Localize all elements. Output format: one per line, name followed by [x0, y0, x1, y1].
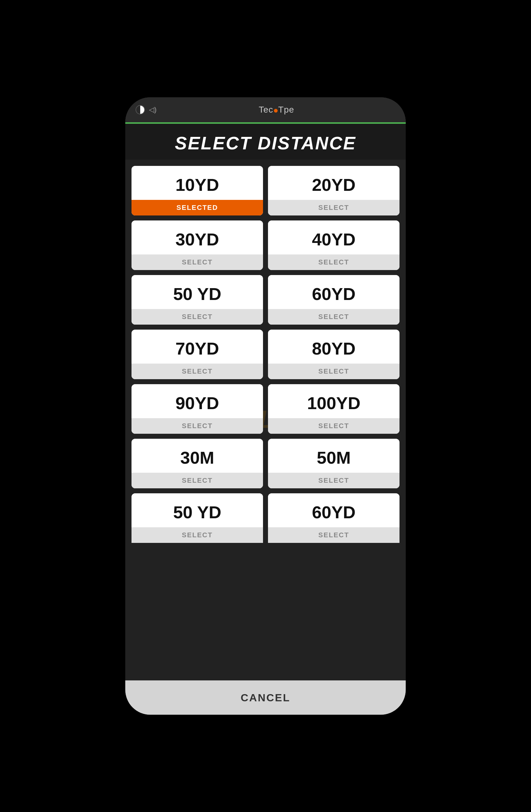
app-name-bar: TecTpe [157, 105, 396, 115]
distance-select-label: SELECT [132, 309, 263, 324]
distance-value: 50 YD [132, 493, 263, 527]
phone-frame: ◁) TecTpe AGILITY SELECT DISTANCE 10YDSE… [125, 97, 406, 715]
distance-select-label: SELECT [132, 473, 263, 488]
distance-grid: 10YDSELECTED20YDSELECT30YDSELECT40YDSELE… [132, 166, 399, 543]
page-title: SELECT DISTANCE [175, 133, 356, 153]
cancel-button[interactable]: CANCEL [125, 680, 406, 715]
distance-select-label: SELECT [268, 255, 399, 270]
distance-value: 50M [268, 439, 399, 473]
distance-select-label: SELECT [132, 364, 263, 379]
distance-value: 60YD [268, 493, 399, 527]
distance-value: 80YD [268, 330, 399, 364]
distance-select-label: SELECT [268, 473, 399, 488]
distance-select-label: SELECTED [132, 200, 263, 216]
distance-value: 50 YD [132, 275, 263, 309]
distance-value: 30M [132, 439, 263, 473]
distance-value: 20YD [268, 166, 399, 200]
distance-card[interactable]: 20YDSELECT [268, 166, 399, 216]
distance-value: 70YD [132, 330, 263, 364]
distance-value: 40YD [268, 220, 399, 255]
distance-card[interactable]: 60YDSELECT [268, 493, 399, 543]
distance-value: 60YD [268, 275, 399, 309]
distance-value: 10YD [132, 166, 263, 200]
distance-card[interactable]: 90YDSELECT [132, 384, 263, 434]
half-circle-icon [135, 104, 146, 115]
distance-card[interactable]: 30YDSELECT [132, 220, 263, 270]
distance-select-label: SELECT [268, 527, 399, 543]
status-bar: ◁) TecTpe [125, 97, 406, 122]
distance-card[interactable]: 80YDSELECT [268, 330, 399, 379]
distance-value: 90YD [132, 384, 263, 418]
distance-select-label: SELECT [132, 255, 263, 270]
cancel-label: CANCEL [240, 692, 291, 704]
distance-card[interactable]: 50 YDSELECT [132, 493, 263, 543]
distance-card[interactable]: 30MSELECT [132, 439, 263, 488]
main-content: AGILITY SELECT DISTANCE 10YDSELECTED20YD… [125, 124, 406, 715]
title-bar: SELECT DISTANCE [125, 124, 406, 160]
distance-select-label: SELECT [268, 364, 399, 379]
distance-select-label: SELECT [132, 527, 263, 543]
distance-card[interactable]: 50 YDSELECT [132, 275, 263, 324]
distance-select-label: SELECT [268, 309, 399, 324]
distance-select-label: SELECT [132, 418, 263, 434]
distance-card[interactable]: 10YDSELECTED [132, 166, 263, 216]
distance-select-label: SELECT [268, 418, 399, 434]
app-dot [274, 109, 278, 113]
distance-card[interactable]: 70YDSELECT [132, 330, 263, 379]
distance-card[interactable]: 50MSELECT [268, 439, 399, 488]
grid-scroll[interactable]: 10YDSELECTED20YDSELECT30YDSELECT40YDSELE… [125, 160, 406, 680]
distance-card[interactable]: 40YDSELECT [268, 220, 399, 270]
distance-card[interactable]: 60YDSELECT [268, 275, 399, 324]
distance-value: 100YD [268, 384, 399, 418]
sound-icon: ◁) [149, 106, 157, 114]
distance-select-label: SELECT [268, 200, 399, 216]
distance-value: 30YD [132, 220, 263, 255]
distance-card[interactable]: 100YDSELECT [268, 384, 399, 434]
status-bar-left: ◁) [135, 104, 157, 115]
